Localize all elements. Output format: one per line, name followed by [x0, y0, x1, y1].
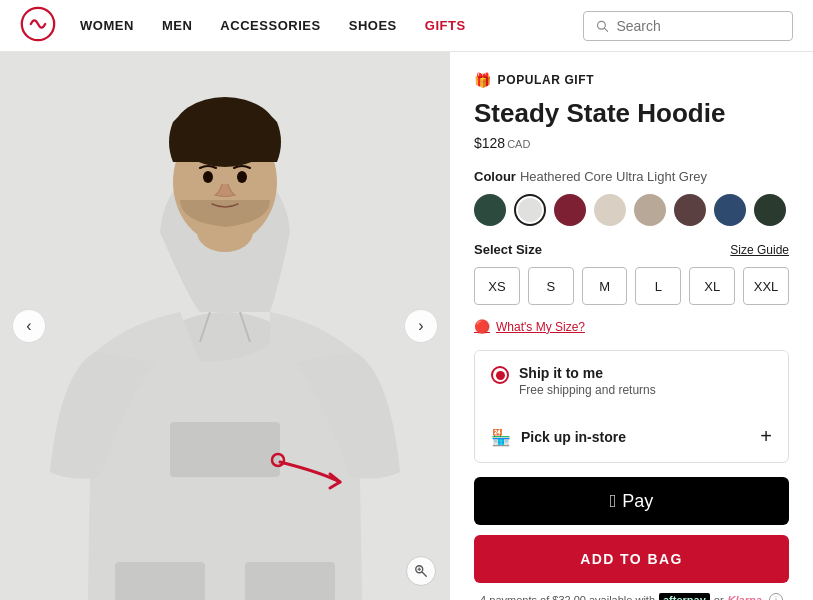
size-label: Select Size [474, 242, 542, 257]
logo[interactable] [20, 6, 80, 46]
nav-accessories[interactable]: ACCESSORIES [220, 18, 320, 33]
size-info-icon: 🔴 [474, 319, 490, 334]
nav-men[interactable]: MEN [162, 18, 192, 33]
size-buttons: XS S M L XL XXL [474, 267, 789, 305]
search-box[interactable] [583, 11, 793, 41]
product-detail-panel: 🎁 POPULAR GIFT Steady State Hoodie $128C… [450, 52, 813, 600]
next-image-button[interactable]: › [404, 309, 438, 343]
store-icon: 🏪 [491, 428, 511, 447]
size-s[interactable]: S [528, 267, 574, 305]
main-content: ‹ › 🎁 POPULAR GIFT Steady State Hoodie $… [0, 52, 813, 600]
nav-shoes[interactable]: SHOES [349, 18, 397, 33]
search-icon [596, 19, 608, 33]
apple-pay-button[interactable]:  Pay [474, 477, 789, 525]
navigation: WOMEN MEN ACCESSORIES SHOES GIFTS [0, 0, 813, 52]
svg-rect-14 [245, 562, 335, 600]
prev-image-button[interactable]: ‹ [12, 309, 46, 343]
afterpay-logo: afterpay [659, 593, 710, 600]
gift-icon: 🎁 [474, 72, 492, 88]
size-xl[interactable]: XL [689, 267, 735, 305]
size-header: Select Size Size Guide [474, 242, 789, 257]
swatch-navy[interactable] [714, 194, 746, 226]
ship-radio-button[interactable] [491, 366, 509, 384]
svg-rect-10 [170, 422, 280, 477]
klarna-logo: Klarna. [728, 594, 765, 600]
swatch-beige[interactable] [594, 194, 626, 226]
pickup-expand-icon[interactable]: + [760, 425, 772, 448]
svg-rect-13 [115, 562, 205, 600]
colour-label: ColourHeathered Core Ultra Light Grey [474, 169, 789, 184]
swatch-dark-green[interactable] [474, 194, 506, 226]
nav-links: WOMEN MEN ACCESSORIES SHOES GIFTS [80, 18, 466, 33]
colour-swatches [474, 194, 789, 226]
product-title: Steady State Hoodie [474, 98, 789, 129]
swatch-forest[interactable] [754, 194, 786, 226]
size-guide-link[interactable]: Size Guide [730, 243, 789, 257]
size-m[interactable]: M [582, 267, 628, 305]
swatch-taupe[interactable] [634, 194, 666, 226]
ship-to-me-option[interactable]: Ship it to me Free shipping and returns [475, 351, 788, 411]
size-xxl[interactable]: XXL [743, 267, 789, 305]
whats-my-size-link[interactable]: 🔴 What's My Size? [474, 319, 789, 334]
svg-line-17 [422, 572, 426, 576]
size-l[interactable]: L [635, 267, 681, 305]
pickup-option[interactable]: 🏪 Pick up in-store + [475, 411, 788, 462]
zoom-button[interactable] [406, 556, 436, 586]
search-input[interactable] [616, 18, 780, 34]
svg-line-2 [605, 28, 608, 31]
nav-women[interactable]: WOMEN [80, 18, 134, 33]
afterpay-info: 4 payments of $32.00 available with afte… [474, 593, 789, 600]
svg-point-9 [237, 171, 247, 183]
search-container [583, 11, 793, 41]
swatch-light-grey[interactable] [514, 194, 546, 226]
shipping-section: Ship it to me Free shipping and returns … [474, 350, 789, 463]
size-xs[interactable]: XS [474, 267, 520, 305]
ship-subtitle: Free shipping and returns [519, 383, 656, 397]
swatch-dark-brown[interactable] [674, 194, 706, 226]
product-price: $128CAD [474, 135, 789, 151]
colour-section: ColourHeathered Core Ultra Light Grey [474, 169, 789, 226]
popular-gift-badge: 🎁 POPULAR GIFT [474, 72, 789, 88]
payment-info-icon[interactable]: i [769, 593, 783, 600]
shipping-text: Ship it to me Free shipping and returns [519, 365, 656, 397]
apple-pay-label: Pay [622, 491, 653, 512]
add-to-bag-button[interactable]: ADD TO BAG [474, 535, 789, 583]
product-image-panel: ‹ › [0, 52, 450, 600]
apple-logo-icon:  [610, 491, 617, 512]
product-image [0, 52, 450, 600]
ship-title: Ship it to me [519, 365, 656, 381]
swatch-dark-red[interactable] [554, 194, 586, 226]
nav-gifts[interactable]: GIFTS [425, 18, 466, 33]
pickup-title: Pick up in-store [521, 429, 626, 445]
svg-point-8 [203, 171, 213, 183]
size-section: Select Size Size Guide XS S M L XL XXL [474, 242, 789, 305]
